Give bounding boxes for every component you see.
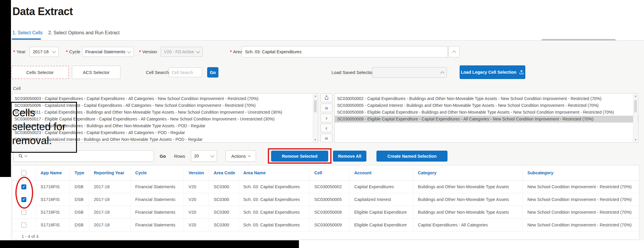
move-all-right-button[interactable]: »	[321, 104, 332, 112]
results-table: App Name Type Reporting Year Cycle Versi…	[12, 165, 639, 240]
list-item[interactable]: SC030050003 - Capital Expenditures - Cap…	[12, 95, 318, 102]
cell-version: V20	[184, 181, 209, 193]
cell-area-name: Sch. 03: Capital Expenditures	[239, 206, 310, 218]
acs-selector-button[interactable]: ACS Selector	[72, 66, 120, 79]
cell-category: Buildings and Other Non-Moveable Type As…	[413, 206, 523, 218]
column-header[interactable]: Reporting Year	[89, 165, 131, 180]
cell-subcategory: New School Condition Improvement - Restr…	[523, 206, 639, 218]
cell-category: Buildings and Other Non-Moveable Type As…	[413, 181, 523, 193]
page-title: Data Extract	[12, 5, 73, 18]
list-item[interactable]: SC030050005 - Capitalized Interest - Bui…	[335, 102, 638, 109]
load-saved-selection-combobox[interactable]	[372, 67, 447, 78]
area-combobox[interactable]: Sch. 03: Capital Expenditures	[242, 46, 448, 57]
year-select[interactable]: 2017-18	[30, 47, 59, 57]
rows-select[interactable]: 20	[191, 150, 217, 162]
cell-reporting-year: 2017-18	[89, 193, 131, 206]
list-item[interactable]: SC030050002 - Capital Expenditures - Bui…	[335, 95, 638, 102]
column-header[interactable]: Area Name	[239, 165, 310, 180]
column-header[interactable]: Category	[413, 165, 523, 180]
load-legacy-cell-selection-button[interactable]: Load Legacy Cell Selection	[460, 65, 525, 79]
cell-account: Capital Expenditures	[350, 181, 413, 193]
scrollbar-thumb[interactable]	[634, 100, 637, 112]
cell-type: DSB	[70, 181, 89, 193]
chevron-left-icon: ‹	[326, 125, 328, 131]
double-chevron-right-icon: »	[325, 104, 328, 111]
reset-icon	[324, 95, 329, 101]
cycle-select[interactable]: Financial Statements	[82, 47, 134, 57]
move-left-button[interactable]: ‹	[321, 124, 332, 132]
tab-select-options[interactable]: 2. Select Options and Run Extract	[48, 30, 120, 36]
annotation-ellipse	[15, 177, 33, 209]
pagination-status: 1 - 4 of 4	[12, 231, 639, 241]
cell-app-name: S1718FIS	[36, 219, 70, 231]
cell-search-input[interactable]	[169, 67, 202, 77]
move-all-left-button[interactable]: «	[321, 134, 332, 142]
cell-version: V20	[184, 219, 209, 231]
list-item[interactable]: SC030050008 - Eligible Capital Expenditu…	[335, 109, 638, 116]
cell-reporting-year: 2017-18	[89, 219, 131, 231]
column-header[interactable]: Account	[350, 165, 413, 180]
chevron-up-icon	[440, 71, 444, 75]
version-select[interactable]: V20 - FO Active	[161, 47, 203, 57]
required-asterisk: *	[13, 49, 15, 54]
cell-app-name: S1718FIS	[36, 193, 70, 206]
reset-shuttle-button[interactable]	[321, 94, 332, 102]
chevron-right-icon: ›	[326, 115, 328, 121]
actions-menu-button[interactable]: Actions	[226, 150, 256, 162]
select-all-checkbox[interactable]	[21, 170, 26, 175]
cell-area-code: SC0300	[209, 181, 239, 193]
cell-area-name: Sch. 03: Capital Expenditures	[239, 219, 310, 231]
scroll-down-icon[interactable]: ▼	[314, 139, 317, 141]
list-item-selected[interactable]: SC030050009 - Eligible Capital Expenditu…	[335, 116, 638, 123]
cell-area-name: Sch. 03: Capital Expenditures	[239, 181, 310, 193]
load-saved-selection-label: Load Saved Selection	[331, 70, 375, 75]
cell-subcategory: New School Condition Improvement - Restr…	[523, 219, 639, 231]
scrollbar-thumb[interactable]	[314, 100, 317, 112]
cells-selector-button[interactable]: Cells Selector	[11, 66, 69, 79]
cell-cycle: Financial Statements	[131, 181, 184, 193]
scroll-up-icon[interactable]: ▲	[635, 95, 637, 97]
cell-cell: SC030050002	[310, 181, 350, 193]
create-named-selection-button[interactable]: Create Named Selection	[376, 151, 447, 162]
column-header[interactable]: Cycle	[131, 165, 184, 180]
cell-area-code: SC0300	[209, 193, 239, 206]
column-header[interactable]: Area Code	[209, 165, 239, 180]
remove-all-button[interactable]: Remove All	[333, 151, 366, 162]
cell-cycle: Financial Statements	[131, 219, 184, 231]
cell-subcategory: New School Condition Improvement - Restr…	[523, 193, 639, 206]
row-checkbox[interactable]	[21, 223, 26, 228]
column-header[interactable]: Subcategory	[523, 165, 639, 180]
annotation-rectangle	[268, 148, 331, 164]
scroll-up-icon[interactable]: ▲	[314, 95, 317, 97]
scroll-down-icon[interactable]: ▼	[635, 139, 637, 141]
cell-type: DSB	[70, 193, 89, 206]
cell-list-label: Cell	[13, 86, 21, 91]
row-checkbox[interactable]	[21, 210, 26, 215]
area-popup-button[interactable]	[448, 46, 460, 57]
report-go-button[interactable]: Go	[156, 150, 169, 162]
chevron-down-icon	[196, 49, 200, 53]
column-header[interactable]: Version	[184, 165, 209, 180]
cell-version: V20	[184, 193, 209, 206]
double-chevron-left-icon: «	[325, 135, 328, 141]
cell-search-go-button[interactable]: Go	[207, 67, 218, 78]
cell-cycle: Financial Statements	[131, 193, 184, 206]
cell-area-code: SC0300	[209, 206, 239, 218]
chevron-down-icon	[52, 49, 56, 53]
rows-label: Rows	[174, 154, 185, 159]
cycle-label: *Cycle	[66, 49, 80, 54]
cell-cell: SC030050005	[310, 193, 350, 206]
annotation-note-box: Cells selected for removal.	[11, 102, 77, 153]
tab-select-cells[interactable]: 1. Select Cells	[12, 30, 43, 36]
selected-cells-listbox[interactable]: SC030050002 - Capital Expenditures - Bui…	[334, 93, 638, 143]
move-right-button[interactable]: ›	[321, 114, 332, 122]
column-header[interactable]: Type	[70, 165, 89, 180]
cell-cell: SC030050009	[310, 219, 350, 231]
screen-mask-bottom	[0, 240, 299, 248]
chevron-up-icon	[452, 51, 456, 54]
column-header[interactable]: Cell	[310, 165, 350, 180]
cell-account: Eligible Capital Expenditure	[350, 206, 413, 218]
screen-mask-left	[0, 0, 11, 177]
table-row: S1718FIS DSB 2017-18 Financial Statement…	[12, 206, 639, 219]
column-header[interactable]: App Name	[36, 165, 70, 180]
